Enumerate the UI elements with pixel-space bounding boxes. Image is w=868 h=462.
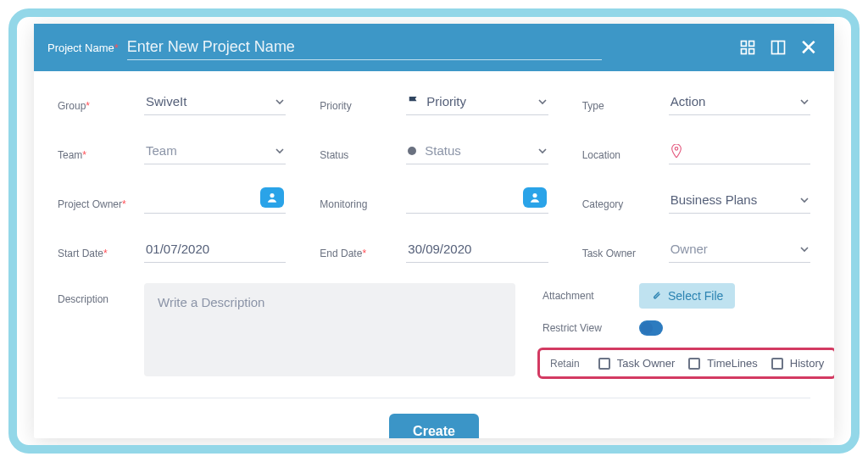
project-name-input[interactable] [127,35,602,60]
team-select[interactable]: Team [144,137,286,164]
location-pin-icon [670,144,682,158]
project-owner-input[interactable] [144,186,286,214]
attachment-row: Attachment Select File [542,283,834,309]
retain-task-owner-checkbox[interactable]: Task Owner [598,357,676,370]
group-select[interactable]: SwiveIt [144,88,286,115]
type-select[interactable]: Action [669,88,810,115]
chevron-down-icon [800,97,809,106]
retain-history-checkbox[interactable]: History [771,357,824,370]
monitoring-field: Monitoring [320,186,548,214]
chevron-down-icon [538,147,547,155]
category-select[interactable]: Business Plans [669,186,810,214]
priority-select[interactable]: Priority [406,88,548,115]
chevron-down-icon [800,245,809,253]
svg-rect-3 [749,49,754,54]
checkbox-icon [688,358,700,370]
status-dot-icon [408,147,416,155]
owner-picker-button[interactable] [260,187,284,208]
close-icon[interactable]: ✕ [797,36,821,59]
modal-header: Project Name* ✕ [34,24,834,71]
start-date-field: Start Date* 01/07/2020 [58,236,286,263]
status-field: Status Status [320,137,548,164]
task-owner-select[interactable]: Owner [669,236,810,263]
svg-point-8 [532,193,537,198]
create-button[interactable]: Create [389,414,479,438]
retain-timelines-checkbox[interactable]: TimeLines [688,357,757,370]
end-date-input[interactable]: 30/09/2020 [406,236,548,263]
task-owner-field: Task Owner Owner [582,236,810,263]
divider [58,398,810,398]
layout-split-icon[interactable] [766,36,790,59]
monitoring-input[interactable] [406,186,548,214]
project-owner-field: Project Owner* [58,186,286,214]
status-select[interactable]: Status [406,137,548,164]
end-date-field: End Date* 30/09/2020 [320,236,548,263]
team-field: Team* Team [58,137,286,164]
paperclip-icon [651,290,661,302]
retain-row: Retain Task Owner TimeLines History [537,348,834,379]
chevron-down-icon [800,196,809,204]
flag-icon [408,96,420,108]
chevron-down-icon [538,97,547,106]
app-frame: Project Name* ✕ Group* [8,8,860,454]
checkbox-icon [598,358,610,370]
svg-rect-1 [749,42,754,47]
modal-footer: Create [58,414,810,438]
svg-point-7 [270,193,275,198]
description-textarea[interactable] [144,283,515,376]
start-date-input[interactable]: 01/07/2020 [144,236,286,263]
monitoring-picker-button[interactable] [523,187,547,208]
create-project-modal: Project Name* ✕ Group* [34,24,834,438]
priority-field: Priority Priority [320,88,548,115]
chevron-down-icon [275,97,284,106]
layout-cards-icon[interactable] [736,36,760,59]
chevron-down-icon [275,147,284,155]
person-icon [529,192,541,203]
location-field: Location [582,137,810,164]
restrict-view-row: Restrict View [542,320,834,336]
group-field: Group* SwiveIt [58,88,286,115]
restrict-view-toggle[interactable] [639,320,663,336]
modal-body: Group* SwiveIt Priority Priority Ty [34,71,834,438]
select-file-button[interactable]: Select File [639,283,735,309]
svg-rect-2 [742,49,747,54]
svg-rect-0 [742,42,747,47]
person-icon [266,192,278,203]
location-input[interactable] [669,137,810,164]
type-field: Type Action [582,88,810,115]
checkbox-icon [771,358,783,370]
description-label: Description [58,283,136,379]
svg-point-6 [675,147,678,150]
project-name-label: Project Name* [47,42,119,54]
category-field: Category Business Plans [582,186,810,214]
